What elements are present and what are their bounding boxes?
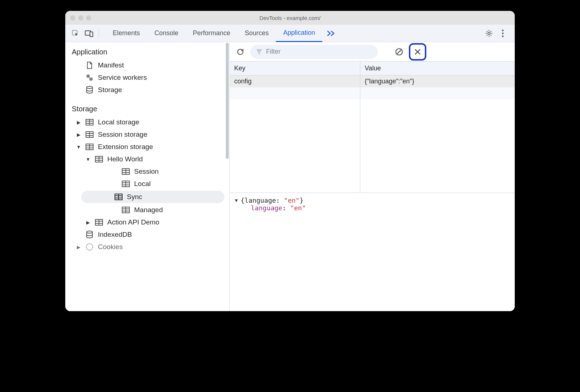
filter-icon — [256, 49, 262, 55]
sidebar-item-label: Local storage — [98, 118, 139, 126]
svg-point-9 — [87, 86, 92, 88]
sidebar-item-cookies[interactable]: ▶ Cookies — [65, 241, 229, 253]
sidebar-item-label: IndexedDB — [98, 231, 132, 239]
sidebar-item-manifest[interactable]: ▶ Manifest — [65, 59, 229, 71]
sidebar-item-label: Session — [134, 168, 159, 176]
table-empty-area — [230, 87, 515, 193]
settings-gear-icon[interactable] — [484, 28, 494, 39]
column-header-value[interactable]: Value — [360, 62, 515, 75]
table-icon — [122, 180, 130, 188]
collapse-arrow-icon[interactable]: ▼ — [76, 144, 81, 150]
svg-point-19 — [87, 231, 92, 233]
window-title: DevTools - example.com/ — [65, 15, 515, 21]
sidebar-item-hello-world[interactable]: ▼ Hello World — [65, 153, 229, 165]
sidebar-item-label: Session storage — [98, 131, 147, 139]
tab-elements[interactable]: Elements — [105, 25, 147, 42]
delete-selected-button[interactable] — [412, 46, 423, 57]
table-icon — [86, 143, 94, 151]
property-value: "en" — [290, 204, 306, 212]
filter-field[interactable] — [250, 45, 378, 59]
tab-performance[interactable]: Performance — [186, 25, 237, 42]
gears-icon — [86, 74, 94, 82]
svg-point-6 — [502, 35, 504, 37]
table-icon — [95, 155, 103, 163]
sidebar-item-label: Sync — [127, 193, 142, 201]
sidebar-item-local-storage[interactable]: ▶ Local storage — [65, 116, 229, 128]
tabstrip-divider — [99, 28, 99, 38]
more-options-icon[interactable] — [497, 28, 508, 39]
application-panel: Application ▶ Manifest ▶ — [65, 42, 515, 311]
sidebar-item-managed[interactable]: ▶ Managed — [65, 204, 229, 216]
sidebar-item-label: Hello World — [107, 155, 143, 163]
table-header: Key Value — [230, 62, 515, 75]
svg-point-20 — [86, 244, 93, 250]
clear-all-button[interactable] — [394, 46, 405, 57]
expand-arrow-icon[interactable]: ▶ — [76, 244, 81, 250]
tab-console[interactable]: Console — [147, 25, 186, 42]
sidebar-item-sync[interactable]: Sync — [81, 191, 224, 203]
application-sidebar[interactable]: Application ▶ Manifest ▶ — [65, 42, 230, 311]
sidebar-item-label: Managed — [134, 206, 163, 214]
sidebar-item-storage[interactable]: ▶ Storage — [65, 84, 229, 96]
collapse-arrow-icon[interactable]: ▼ — [235, 198, 238, 203]
section-application-title: Application — [65, 46, 229, 59]
column-header-key[interactable]: Key — [230, 62, 360, 75]
svg-point-4 — [502, 29, 504, 31]
summary-text: } — [299, 197, 303, 204]
table-icon — [95, 218, 103, 226]
property-sep: : — [282, 204, 290, 212]
table-icon — [122, 168, 130, 176]
sidebar-item-label: Manifest — [98, 61, 124, 69]
expand-arrow-icon[interactable]: ▶ — [76, 132, 81, 137]
storage-table: Key Value config {"language":"en"} — [230, 62, 515, 193]
database-icon — [86, 86, 94, 94]
table-icon — [86, 118, 94, 126]
table-row[interactable]: config {"language":"en"} — [230, 75, 515, 87]
sidebar-item-extension-storage[interactable]: ▼ Extension storage — [65, 141, 229, 153]
scrollbar-thumb[interactable] — [226, 43, 229, 159]
document-icon — [86, 61, 94, 69]
sidebar-item-label: Service workers — [98, 74, 147, 82]
summary-value: "en" — [284, 197, 299, 204]
storage-detail-panel: Key Value config {"language":"en"} — [230, 42, 515, 311]
device-toolbar-icon[interactable] — [83, 28, 95, 39]
more-tabs-button[interactable] — [322, 25, 340, 42]
sidebar-item-label: Storage — [98, 86, 122, 94]
inspect-element-icon[interactable] — [70, 28, 81, 39]
table-icon — [122, 206, 130, 214]
refresh-button[interactable] — [235, 46, 246, 57]
sidebar-item-label: Cookies — [98, 243, 123, 251]
table-icon — [115, 194, 123, 200]
sidebar-item-label: Action API Demo — [107, 218, 160, 226]
cell-key[interactable]: config — [230, 75, 360, 87]
table-icon — [86, 131, 94, 139]
devtools-window: DevTools - example.com/ Elements Console… — [65, 11, 515, 311]
svg-rect-2 — [90, 32, 93, 37]
sidebar-item-session[interactable]: ▶ Session — [65, 165, 229, 178]
property-key: language — [251, 204, 282, 212]
object-property-row[interactable]: language: "en" — [235, 204, 510, 212]
panel-tabs: Elements Console Performance Sources App… — [105, 25, 322, 42]
sidebar-item-service-workers[interactable]: ▶ Service workers — [65, 71, 229, 84]
section-storage-title: Storage — [65, 103, 229, 116]
object-summary: {language: "en"} — [241, 197, 303, 204]
expand-arrow-icon[interactable]: ▶ — [86, 220, 91, 225]
sidebar-item-local[interactable]: ▶ Local — [65, 178, 229, 190]
sidebar-item-label: Local — [134, 180, 150, 188]
collapse-arrow-icon[interactable]: ▼ — [86, 157, 91, 162]
cell-value[interactable]: {"language":"en"} — [360, 75, 515, 87]
database-icon — [86, 231, 94, 239]
sidebar-item-action-api-demo[interactable]: ▶ Action API Demo — [65, 216, 229, 228]
value-preview-pane: ▼ {language: "en"} language: "en" — [230, 193, 515, 311]
storage-toolbar — [230, 42, 515, 62]
sidebar-item-session-storage[interactable]: ▶ Session storage — [65, 128, 229, 141]
svg-point-3 — [488, 32, 490, 34]
svg-point-7 — [87, 75, 89, 77]
filter-input[interactable] — [266, 48, 372, 55]
tab-application[interactable]: Application — [276, 25, 322, 42]
object-summary-row[interactable]: ▼ {language: "en"} — [235, 197, 510, 204]
sidebar-item-indexeddb[interactable]: ▶ IndexedDB — [65, 228, 229, 241]
expand-arrow-icon[interactable]: ▶ — [76, 120, 81, 125]
cookie-icon — [86, 243, 94, 251]
tab-sources[interactable]: Sources — [237, 25, 276, 42]
